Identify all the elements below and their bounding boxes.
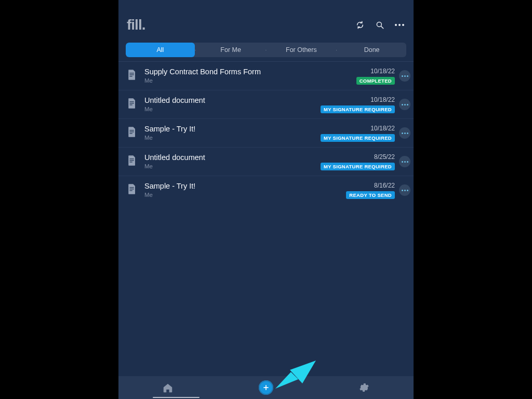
home-icon[interactable] [150,378,186,397]
tab-all[interactable]: All [126,43,195,57]
doc-owner: Me [144,135,315,141]
doc-date: 10/18/22 [370,125,395,132]
svg-rect-4 [130,76,132,76]
doc-owner: Me [144,163,315,169]
svg-rect-3 [130,74,134,75]
header: fill. [118,0,414,38]
svg-rect-2 [130,73,134,73]
document-icon [125,153,139,166]
list-item[interactable]: Sample - Try It! Me 10/18/22 MY SIGNATUR… [118,118,414,147]
document-icon [125,181,139,195]
svg-rect-9 [130,131,134,132]
doc-title: Sample - Try It! [144,124,315,134]
list-item[interactable]: Untitled document Me 10/18/22 MY SIGNATU… [118,90,414,118]
svg-point-0 [377,22,381,26]
bottom-nav [118,376,414,399]
tab-done[interactable]: Done [337,43,406,57]
doc-date: 8/16/22 [374,182,395,189]
status-badge: READY TO SEND [346,191,395,199]
status-badge: MY SIGNATURE REQUIRED [321,163,395,170]
list-item[interactable]: Untitled document Me 8/25/22 MY SIGNATUR… [118,147,414,176]
tab-for-me[interactable]: For Me [196,43,265,57]
svg-rect-11 [130,158,134,159]
settings-icon[interactable] [346,378,382,397]
doc-owner: Me [144,192,341,198]
list-item[interactable]: Supply Contract Bond Forms Form Me 10/18… [118,61,414,90]
header-actions [354,19,405,31]
app-logo: fill. [127,17,145,33]
nav-indicator [153,397,200,398]
list-item[interactable]: Sample - Try It! Me 8/16/22 READY TO SEN… [118,176,414,204]
document-icon [125,67,139,81]
row-more-icon[interactable] [399,156,410,167]
tab-for-others[interactable]: For Others [267,43,336,57]
svg-rect-16 [130,190,132,191]
doc-date: 10/18/22 [370,96,395,103]
status-badge: MY SIGNATURE REQUIRED [321,134,395,142]
svg-line-1 [381,26,383,29]
row-more-icon[interactable] [399,184,410,196]
document-icon [125,124,139,138]
doc-title: Sample - Try It! [144,181,341,191]
doc-owner: Me [144,106,315,112]
svg-rect-14 [130,187,134,188]
add-button[interactable] [248,378,284,397]
row-more-icon[interactable] [399,127,410,139]
filter-tabs: All · For Me · For Others · Done [126,43,406,57]
svg-rect-12 [130,160,134,161]
plus-icon[interactable] [259,380,273,395]
doc-title: Untitled document [144,96,315,105]
svg-rect-6 [130,103,134,103]
doc-title: Untitled document [144,153,315,162]
sync-icon[interactable] [354,19,366,31]
svg-rect-8 [130,130,134,130]
svg-rect-10 [130,133,132,134]
row-more-icon[interactable] [399,99,410,110]
document-icon [125,96,139,109]
status-badge: COMPLETED [356,77,395,85]
status-badge: MY SIGNATURE REQUIRED [321,105,395,113]
doc-owner: Me [144,77,351,84]
doc-date: 8/25/22 [374,153,395,161]
svg-rect-13 [130,162,132,162]
document-list: Supply Contract Bond Forms Form Me 10/18… [118,59,414,376]
svg-rect-5 [130,101,134,102]
svg-rect-15 [130,189,134,189]
search-icon[interactable] [374,19,385,31]
svg-rect-7 [130,104,132,105]
doc-title: Supply Contract Bond Forms Form [144,67,351,76]
more-icon[interactable] [394,19,405,31]
app-frame: fill. All · For Me · For Others · Done [118,0,414,399]
doc-date: 10/18/22 [370,68,395,75]
row-more-icon[interactable] [399,70,410,82]
